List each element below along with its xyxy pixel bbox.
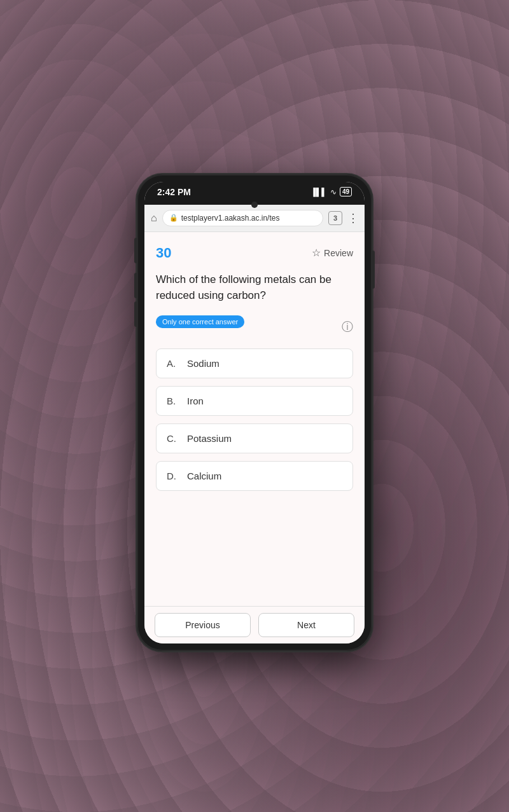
option-c[interactable]: C. Potassium [156,423,353,453]
option-d-letter: D. [167,471,179,481]
option-d[interactable]: D. Calcium [156,461,353,491]
phone-screen: 2:42 PM ▐▌▌ ∿ 49 ⌂ 🔒 testplayerv1.aakash… [144,182,365,643]
option-d-text: Calcium [187,471,221,481]
star-icon: ☆ [312,247,321,259]
review-label: Review [324,248,353,258]
browser-bar: ⌂ 🔒 testplayerv1.aakash.ac.in/tes 3 ⋮ [144,205,365,232]
tab-count[interactable]: 3 [328,211,342,225]
option-a-text: Sodium [187,358,220,369]
battery-indicator: 49 [340,187,352,196]
phone: 2:42 PM ▐▌▌ ∿ 49 ⌂ 🔒 testplayerv1.aakash… [137,174,372,651]
option-c-letter: C. [167,433,179,444]
options-list: A. Sodium B. Iron C. Potassium D. Calciu… [156,348,353,491]
next-button[interactable]: Next [258,613,354,637]
url-text: testplayerv1.aakash.ac.in/tes [181,214,280,223]
question-number: 30 [156,245,171,261]
more-icon[interactable]: ⋮ [347,211,358,225]
answer-type-badge: Only one correct answer [156,315,244,328]
camera [251,202,258,208]
status-icons: ▐▌▌ ∿ 49 [310,187,352,196]
content-area: 30 ☆ Review Which of the following metal… [144,232,365,606]
previous-button[interactable]: Previous [155,613,251,637]
option-b-letter: B. [167,396,179,406]
lock-icon: 🔒 [169,214,178,222]
signal-icon: ▐▌▌ [310,188,327,196]
option-b[interactable]: B. Iron [156,386,353,416]
phone-body: 2:42 PM ▐▌▌ ∿ 49 ⌂ 🔒 testplayerv1.aakash… [137,174,372,651]
option-c-text: Potassium [187,433,232,444]
option-b-text: Iron [187,396,204,406]
bottom-navigation: Previous Next [144,606,365,643]
option-a[interactable]: A. Sodium [156,348,353,378]
status-time: 2:42 PM [157,187,191,197]
question-text: Which of the following metals can be red… [156,272,353,304]
wifi-icon: ∿ [330,188,337,196]
status-bar: 2:42 PM ▐▌▌ ∿ 49 [144,182,365,201]
question-header: 30 ☆ Review [156,245,353,261]
info-icon[interactable]: ⓘ [342,319,353,334]
url-bar[interactable]: 🔒 testplayerv1.aakash.ac.in/tes [162,210,323,226]
review-button[interactable]: ☆ Review [312,247,353,259]
home-icon[interactable]: ⌂ [151,212,157,224]
option-a-letter: A. [167,358,179,369]
